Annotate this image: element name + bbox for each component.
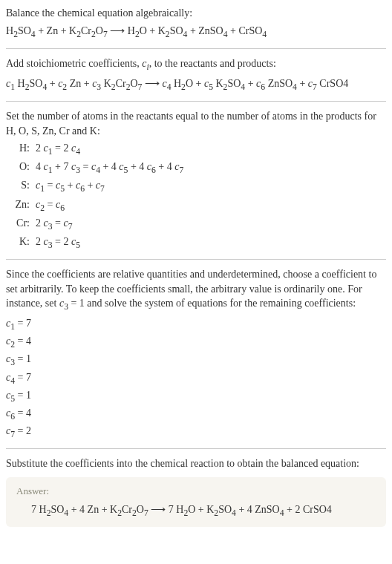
element-label: S: (6, 178, 36, 193)
element-label: Zn: (6, 197, 36, 212)
coefficient-value: c2 = 4 (6, 334, 386, 351)
divider (6, 48, 386, 49)
balanced-equation: 7 H2SO4 + 4 Zn + K2Cr2O7 ⟶ 7 H2O + K2SO4… (16, 502, 376, 519)
coefficient-value: c3 = 1 (6, 352, 386, 369)
atom-equation-row: H:2 c1 = 2 c4 (6, 141, 386, 158)
divider (6, 448, 386, 449)
coefficient-value: c7 = 2 (6, 424, 386, 441)
coefficient-value: c1 = 7 (6, 316, 386, 333)
intro-5: Substitute the coefficients into the che… (6, 456, 386, 471)
element-equation: 4 c1 + 7 c3 = c4 + 4 c5 + 4 c6 + 4 c7 (36, 160, 183, 177)
element-equation: c1 = c5 + c6 + c7 (36, 178, 105, 195)
atom-equations: H:2 c1 = 2 c4O:4 c1 + 7 c3 = c4 + 4 c5 +… (6, 141, 386, 252)
coeff-equation: c1 H2SO4 + c2 Zn + c3 K2Cr2O7 ⟶ c4 H2O +… (6, 76, 386, 94)
element-label: Cr: (6, 216, 36, 231)
coefficient-value: c5 = 1 (6, 388, 386, 405)
answer-box: Answer: 7 H2SO4 + 4 Zn + K2Cr2O7 ⟶ 7 H2O… (6, 477, 386, 527)
element-equation: 2 c3 = c7 (36, 216, 73, 233)
intro-1: Balance the chemical equation algebraica… (6, 6, 386, 21)
coefficient-value: c6 = 4 (6, 406, 386, 423)
element-equation: 2 c3 = 2 c5 (36, 235, 80, 252)
intro-3: Set the number of atoms in the reactants… (6, 109, 386, 138)
atom-equation-row: S:c1 = c5 + c6 + c7 (6, 178, 386, 195)
divider (6, 101, 386, 102)
intro-4: Since the coefficients are relative quan… (6, 267, 386, 313)
element-equation: 2 c1 = 2 c4 (36, 141, 80, 158)
coefficient-value: c4 = 7 (6, 370, 386, 387)
element-label: O: (6, 160, 36, 174)
atom-equation-row: Cr:2 c3 = c7 (6, 216, 386, 233)
intro-2: Add stoichiometric coefficients, ci, to … (6, 56, 386, 73)
atom-equation-row: K:2 c3 = 2 c5 (6, 235, 386, 252)
element-label: H: (6, 141, 36, 156)
answer-label: Answer: (16, 485, 376, 498)
coefficient-solutions: c1 = 7c2 = 4c3 = 1c4 = 7c5 = 1c6 = 4c7 =… (6, 316, 386, 441)
divider (6, 259, 386, 260)
atom-equation-row: Zn:c2 = c6 (6, 197, 386, 214)
element-label: K: (6, 235, 36, 249)
element-equation: c2 = c6 (36, 197, 65, 214)
unbalanced-equation: H2SO4 + Zn + K2Cr2O7 ⟶ H2O + K2SO4 + ZnS… (6, 24, 386, 41)
atom-equation-row: O:4 c1 + 7 c3 = c4 + 4 c5 + 4 c6 + 4 c7 (6, 160, 386, 177)
